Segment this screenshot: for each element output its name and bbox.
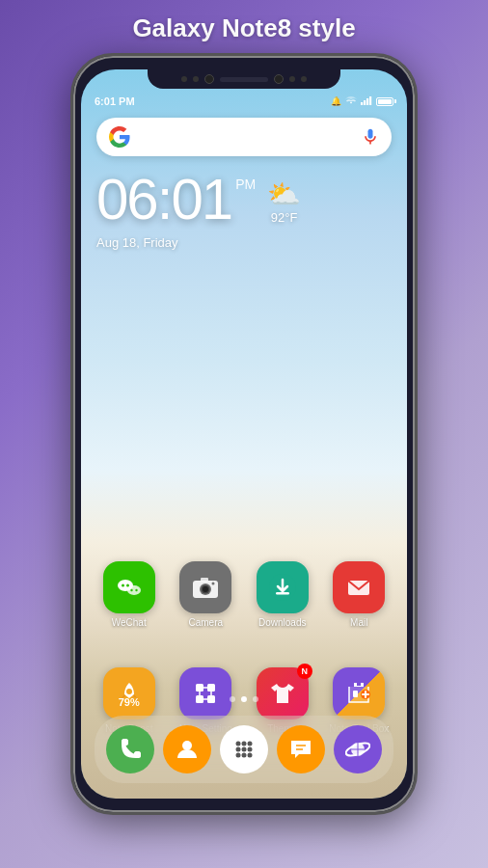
toolbox-icon bbox=[344, 679, 373, 708]
dock-contacts[interactable] bbox=[163, 725, 211, 773]
battery-icon bbox=[376, 97, 393, 106]
svg-rect-17 bbox=[276, 592, 289, 595]
dock-phone[interactable] bbox=[106, 725, 154, 773]
svg-point-19 bbox=[126, 689, 132, 694]
phone-frame: 6:01 PM 🔔 bbox=[70, 53, 418, 815]
phone-screen: 6:01 PM 🔔 bbox=[81, 69, 407, 799]
wechat-icon bbox=[114, 572, 145, 603]
camera-sensor bbox=[204, 74, 214, 84]
svg-point-38 bbox=[241, 753, 246, 758]
app-label-downloads: Downloads bbox=[258, 617, 306, 628]
svg-point-33 bbox=[247, 742, 252, 746]
theme-badge: N bbox=[297, 664, 312, 679]
dot-1[interactable] bbox=[230, 696, 235, 702]
svg-rect-0 bbox=[361, 102, 363, 105]
page-title: Galaxy Note8 style bbox=[0, 0, 488, 53]
dot-indicators bbox=[81, 696, 407, 702]
svg-point-31 bbox=[235, 742, 240, 746]
app-label-wechat: WeChat bbox=[112, 617, 147, 628]
clock-ampm: PM bbox=[235, 176, 256, 192]
svg-rect-14 bbox=[201, 578, 208, 582]
svg-point-13 bbox=[203, 586, 208, 592]
dot-3[interactable] bbox=[253, 696, 258, 702]
weather-temp: 92°F bbox=[271, 210, 298, 225]
svg-point-15 bbox=[212, 583, 215, 585]
phone-icon bbox=[118, 737, 143, 762]
app-wechat[interactable]: WeChat bbox=[95, 561, 163, 628]
svg-point-7 bbox=[127, 585, 141, 595]
messages-icon bbox=[288, 737, 313, 762]
svg-point-34 bbox=[235, 747, 240, 752]
svg-point-39 bbox=[247, 753, 252, 758]
clock-widget: 06:01 PM ⛅ 92°F bbox=[96, 171, 301, 229]
search-bar[interactable] bbox=[96, 118, 392, 156]
mic-icon bbox=[361, 127, 380, 147]
clock-digits: 06:01 bbox=[96, 171, 231, 229]
svg-rect-1 bbox=[364, 100, 366, 105]
app-row-1: WeChat Camera bbox=[81, 561, 407, 628]
status-bar: 6:01 PM 🔔 bbox=[81, 91, 407, 112]
sensor-dot-2 bbox=[193, 76, 199, 82]
mail-icon bbox=[344, 573, 373, 602]
weather-widget: ⛅ 92°F bbox=[267, 178, 301, 225]
svg-rect-20 bbox=[196, 684, 203, 692]
theme-tshirt-icon bbox=[267, 678, 298, 709]
dock bbox=[95, 716, 393, 783]
svg-rect-21 bbox=[207, 684, 215, 692]
apps-grid-icon bbox=[231, 737, 257, 762]
app-downloads[interactable]: Downloads bbox=[249, 561, 316, 628]
settings-icon bbox=[191, 679, 220, 708]
app-label-camera: Camera bbox=[188, 617, 223, 628]
svg-point-30 bbox=[182, 741, 192, 750]
planet-icon bbox=[345, 737, 370, 762]
camera-icon bbox=[191, 573, 220, 602]
clock-date: Aug 18, Friday bbox=[96, 235, 178, 250]
svg-rect-3 bbox=[369, 96, 371, 105]
clock-time-display: 06:01 PM bbox=[96, 171, 256, 229]
status-time: 6:01 PM bbox=[95, 95, 135, 107]
svg-point-9 bbox=[135, 589, 137, 591]
weather-icon: ⛅ bbox=[267, 178, 301, 210]
dot-2[interactable] bbox=[241, 696, 247, 702]
svg-point-5 bbox=[122, 584, 124, 587]
svg-point-32 bbox=[241, 742, 246, 746]
app-label-mail: Mail bbox=[350, 617, 367, 628]
sensor-dot-4 bbox=[289, 76, 295, 82]
sensor-dot-left bbox=[181, 76, 187, 82]
dock-messages[interactable] bbox=[277, 725, 325, 773]
svg-point-6 bbox=[126, 584, 129, 587]
svg-point-8 bbox=[130, 589, 132, 591]
app-mail[interactable]: Mail bbox=[325, 561, 393, 628]
svg-point-36 bbox=[247, 747, 252, 752]
dock-apps[interactable] bbox=[220, 725, 268, 773]
app-camera[interactable]: Camera bbox=[172, 561, 239, 628]
camera-sensor-right bbox=[274, 74, 284, 84]
top-sensor-bar bbox=[148, 69, 340, 89]
signal-icon bbox=[361, 95, 372, 107]
speaker-bar bbox=[220, 77, 268, 82]
alarm-icon: 🔔 bbox=[331, 96, 341, 106]
dock-browser[interactable] bbox=[334, 725, 382, 773]
svg-point-35 bbox=[241, 747, 246, 752]
svg-rect-2 bbox=[366, 98, 368, 105]
status-icons: 🔔 bbox=[331, 95, 393, 107]
contacts-icon bbox=[175, 737, 200, 762]
svg-point-37 bbox=[235, 753, 240, 758]
sensor-dot-5 bbox=[301, 76, 307, 82]
downloads-icon bbox=[268, 573, 297, 602]
wifi-icon bbox=[345, 95, 357, 107]
google-logo bbox=[108, 125, 131, 149]
